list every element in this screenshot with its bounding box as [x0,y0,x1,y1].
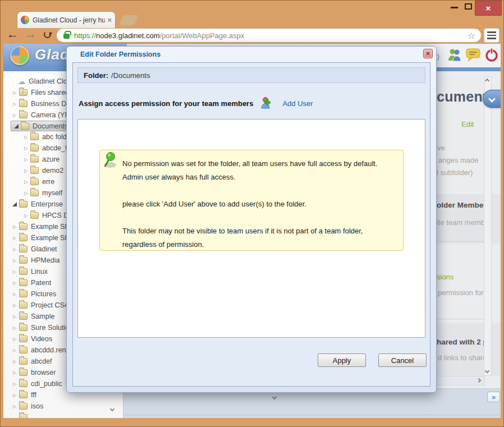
tree-item-label: myself [42,189,62,197]
edit-link[interactable]: Edit [461,120,474,128]
collapse-panel-button[interactable] [483,90,501,108]
expand-more-button[interactable]: » [487,392,500,402]
folder-label: Folder: [84,71,108,80]
tree-item-label: demo2 [42,167,63,175]
tree-item-label: HPMedia [31,256,59,264]
expand-arrow-icon[interactable]: ▷ [22,168,29,173]
tree-item-label: Sample [31,313,54,320]
https-lock-icon[interactable] [63,34,70,39]
tree-item-label: isos [31,402,43,410]
expand-arrow-icon[interactable]: ▷ [22,191,29,196]
expand-arrow-icon[interactable]: ▷ [22,146,29,151]
folder-icon [19,313,28,320]
back-button[interactable]: ← [7,27,19,41]
edit-folder-permissions-dialog: Edit Folder Permissions × Folder: /Docum… [66,46,437,393]
expand-arrow-icon[interactable]: ▷ [11,258,18,263]
notice-line-3: This folder may not be visible to team u… [122,224,394,251]
expand-arrow-icon[interactable]: ▷ [11,393,18,398]
add-user-icon[interactable] [260,96,274,111]
tree-item-label: Camera (YP [31,111,70,119]
bottom-scroll-down-icon[interactable] [272,395,277,400]
expand-arrow-icon[interactable]: ▷ [11,90,18,95]
panel-text-fragment: l subfolder) [437,168,473,177]
refresh-button[interactable] [44,31,51,38]
folder-icon [30,190,39,196]
expand-arrow-icon[interactable]: ▷ [11,292,18,297]
folder-shared-icon [19,89,28,96]
panel-divider [437,241,485,242]
expand-arrow-icon[interactable]: ▷ [11,303,18,308]
collapse-arrow-icon[interactable] [13,124,20,128]
expand-arrow-icon[interactable]: ▷ [11,382,18,387]
expand-arrow-icon[interactable]: ▷ [11,404,18,409]
chevron-left-icon [488,95,496,103]
tab-close-icon[interactable]: × [107,16,112,24]
folder-icon [19,392,28,398]
tree-item-label: erre [42,178,54,186]
expand-arrow-icon[interactable]: ▷ [11,348,18,353]
expand-arrow-icon[interactable]: ▷ [11,236,18,241]
tree-item-label: abcde_f [42,144,67,152]
expand-arrow-icon[interactable]: ▷ [11,325,18,330]
folder-icon [19,201,28,208]
bookmark-star-icon[interactable]: ☆ [468,30,475,41]
tree-item-label: Sure Solutio [31,324,69,332]
cancel-button[interactable]: Cancel [378,353,427,367]
expand-arrow-icon[interactable]: ▷ [11,359,18,364]
tree-item-isos[interactable]: ▷isos [3,401,123,412]
window-close-button[interactable]: × [475,1,502,16]
folder-icon [21,123,29,130]
folder-icon [30,156,39,163]
tree-item-label: abc fold [42,133,67,141]
panel-vertical-scrollbar[interactable] [484,76,492,376]
dialog-close-button[interactable]: × [423,49,433,58]
expand-arrow-icon[interactable]: ▷ [11,269,18,274]
expand-arrow-icon[interactable]: ▷ [11,224,18,229]
expand-arrow-icon[interactable]: ▷ [11,314,18,319]
minimize-button[interactable] [451,7,458,8]
browser-tab[interactable]: Gladinet Cloud - jerry hua × [17,11,116,28]
folder-icon [30,178,39,185]
tree-item-label: Example Sh [31,223,68,231]
expand-arrow-icon[interactable]: ▷ [22,157,29,162]
url-scheme: https:// [74,31,96,40]
folder-icon [19,403,28,410]
tree-item-label: Example Sh [31,234,68,242]
tree-item-label: Patent [31,279,51,287]
add-user-link[interactable]: Add User [282,99,313,108]
logout-power-icon[interactable] [484,47,500,63]
assign-permission-row: Assign access permission for your team m… [77,94,425,112]
folder-icon [19,100,28,107]
apply-button[interactable]: Apply [318,353,366,367]
expand-arrow-icon[interactable]: ▷ [22,180,29,185]
folder-members-heading-fragment: older Member [437,201,487,209]
expand-arrow-icon[interactable]: ▷ [11,113,18,118]
tree-item-partial[interactable] [3,412,123,418]
url-path: /portal/WebAppPage.aspx [160,31,468,40]
permissions-link-fragment[interactable]: sions [437,273,453,281]
expand-arrow-icon[interactable]: ▷ [22,135,29,140]
new-tab-button[interactable] [119,15,139,25]
expand-arrow-icon[interactable]: ▷ [11,281,18,286]
pushpin-icon [101,151,120,171]
panel-text-fragment: anges made [438,156,479,164]
maximize-button[interactable] [465,3,472,10]
address-bar[interactable]: https://node3.gladinet.com/portal/WebApp… [56,28,482,43]
folder-icon [30,145,39,151]
expand-arrow-icon[interactable]: ▷ [11,102,18,107]
folder-icon [19,291,28,297]
expand-arrow-icon[interactable]: ▷ [11,337,18,342]
forward-button[interactable]: → [25,27,36,41]
collapse-arrow-icon[interactable] [11,202,18,206]
expand-arrow-icon[interactable]: ▷ [22,213,29,218]
tab-title: Gladinet Cloud - jerry hua [33,16,105,24]
folder-icon [19,358,28,365]
folder-icon [19,279,28,286]
chat-icon[interactable] [466,48,480,62]
team-users-icon[interactable] [447,47,462,63]
expand-arrow-icon[interactable]: ▷ [11,370,18,375]
browser-menu-button[interactable] [484,28,500,43]
folder-icon [19,257,28,264]
expand-arrow-icon[interactable]: ▷ [11,247,18,252]
gladinet-logo-icon [10,46,29,65]
